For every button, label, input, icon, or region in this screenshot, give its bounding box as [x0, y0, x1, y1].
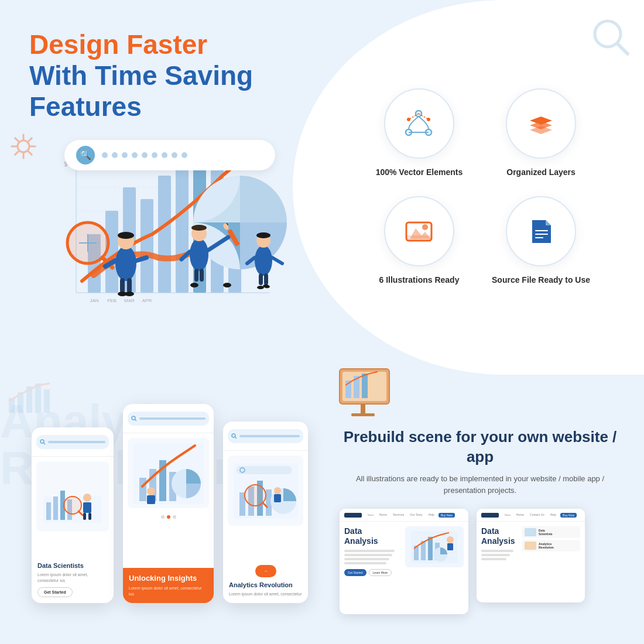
dot	[112, 152, 118, 158]
feature-illustrations-ready: 6 Illustrations Ready	[370, 196, 468, 286]
svg-rect-95	[139, 478, 146, 501]
arrow-button[interactable]: →	[255, 565, 276, 577]
svg-rect-89	[88, 513, 91, 520]
screen-header-3	[223, 422, 308, 451]
svg-rect-101	[147, 495, 155, 504]
preview-text-4	[344, 562, 386, 564]
svg-rect-126	[428, 537, 433, 560]
svg-rect-125	[421, 541, 426, 560]
screen-text-3: Lorem ipsum dolor sit amet, consectetur	[229, 591, 302, 597]
svg-point-102	[232, 434, 235, 437]
mini-card-analytics: AnalyticsRevolution	[522, 540, 580, 551]
nav-buy[interactable]: Buy Now	[439, 513, 455, 518]
dot	[162, 152, 167, 158]
screen-chart-1	[40, 467, 105, 526]
screen-content-3	[223, 451, 308, 556]
title-line-1: Design Faster	[29, 29, 207, 60]
feature-circle-illustrations	[384, 196, 454, 266]
dots-indicator	[128, 512, 209, 522]
preview-data-title-mobile: DataAnalysis	[481, 526, 517, 546]
preview-chart-svg	[408, 528, 461, 566]
svg-rect-40	[194, 269, 198, 282]
svg-line-103	[235, 437, 237, 439]
svg-rect-122	[351, 413, 375, 416]
feature-source-file: Source File Ready to Use	[492, 196, 590, 286]
mini-card-image-2	[525, 542, 536, 550]
feature-vector-elements: 100% Vector Elements	[370, 88, 468, 179]
preview-text-1	[344, 550, 395, 552]
svg-rect-12	[141, 199, 153, 293]
nav-buy-m[interactable]: Buy Now	[560, 513, 577, 518]
preview-main-illustration	[405, 526, 464, 567]
preview-cards: Name Home Services Our Story Help Buy No…	[340, 509, 621, 614]
website-preview-card: Name Home Services Our Story Help Buy No…	[340, 509, 468, 614]
preview-m-text-1	[481, 550, 513, 552]
screen-search-bar-1	[36, 435, 109, 449]
svg-rect-130	[447, 543, 453, 550]
feature-label-layers: Organized Layers	[506, 167, 576, 179]
svg-point-86	[83, 494, 91, 502]
svg-point-30	[118, 232, 134, 239]
preview-content-website: DataAnalysis Get Started Learn More	[340, 522, 468, 614]
svg-rect-52	[259, 273, 263, 285]
preview-left-website: DataAnalysis Get Started Learn More	[344, 526, 400, 609]
file-icon	[525, 215, 557, 248]
svg-rect-120	[362, 374, 368, 398]
learn-more-preview-btn[interactable]: Learn More	[369, 569, 392, 576]
vector-icon	[403, 108, 435, 140]
preview-nav: Home Services Our Story Help Buy Now	[378, 513, 464, 518]
screen-text-2: Lorem ipsum dolor sit amet, consectetur …	[129, 585, 208, 597]
preview-m-text-2	[481, 554, 510, 556]
search-icon-small-3	[231, 433, 237, 439]
dot	[172, 152, 177, 158]
mobile-preview-card: Name Home Contact Us Help Buy Now DataAn…	[477, 509, 585, 602]
left-panel: Design Faster With Time SavingFeatures 🔍	[0, 0, 328, 375]
dot	[122, 152, 128, 158]
top-section: Design Faster With Time SavingFeatures 🔍	[0, 0, 644, 375]
svg-point-67	[427, 118, 430, 121]
svg-rect-14	[176, 164, 189, 293]
bottom-right: Prebuild scene for your own website / ap…	[328, 375, 644, 644]
layers-icon	[525, 108, 557, 140]
dot	[102, 152, 108, 158]
svg-point-100	[147, 487, 155, 495]
svg-line-59	[617, 43, 628, 54]
screen-title-3: Analytics Revolution	[229, 581, 302, 589]
dot	[142, 152, 148, 158]
screen-footer-3: → Analytics Revolution Lorem ipsum dolor…	[223, 556, 308, 603]
bottom-section: AnalyticsRevolution	[0, 375, 644, 644]
svg-point-48	[190, 283, 198, 287]
svg-point-49	[255, 245, 272, 276]
svg-rect-41	[200, 269, 204, 282]
svg-point-65	[407, 118, 410, 121]
preview-right-website	[405, 526, 464, 609]
preview-text-2	[344, 554, 392, 556]
get-started-button-1[interactable]: Get Started	[37, 587, 73, 597]
feature-organized-layers: Organized Layers	[492, 88, 590, 179]
dot	[132, 152, 138, 158]
dot	[152, 152, 157, 158]
svg-point-79	[40, 440, 44, 443]
search-bar-line	[48, 441, 105, 443]
svg-line-34	[136, 258, 146, 261]
screen-footer-1: Data Scientists Lorem ipsum dolor sit am…	[32, 556, 114, 603]
preview-content-mobile: DataAnalysis DataScientists	[477, 522, 585, 602]
get-started-preview-btn[interactable]: Get Started	[344, 569, 366, 576]
screen-text-1: Lorem ipsum dolor sit amet, consectetur …	[37, 572, 108, 584]
preview-logo	[344, 513, 362, 518]
svg-line-80	[44, 443, 46, 444]
screen-content-1	[32, 457, 114, 556]
preview-right-mobile: DataScientists AnalyticsRevolution	[522, 526, 580, 598]
svg-point-47	[223, 283, 231, 287]
feature-circle-vector	[384, 88, 454, 159]
svg-point-39	[191, 225, 207, 231]
search-dots	[102, 152, 187, 158]
svg-rect-87	[83, 502, 91, 513]
dot	[181, 152, 187, 158]
feature-label-vector: 100% Vector Elements	[376, 167, 463, 179]
preview-button-row: Get Started Learn More	[344, 569, 400, 576]
feature-label-source: Source File Ready to Use	[492, 275, 590, 286]
svg-point-112	[274, 487, 281, 494]
search-icon-small-2	[131, 416, 137, 422]
mini-card-image-1	[525, 528, 536, 536]
